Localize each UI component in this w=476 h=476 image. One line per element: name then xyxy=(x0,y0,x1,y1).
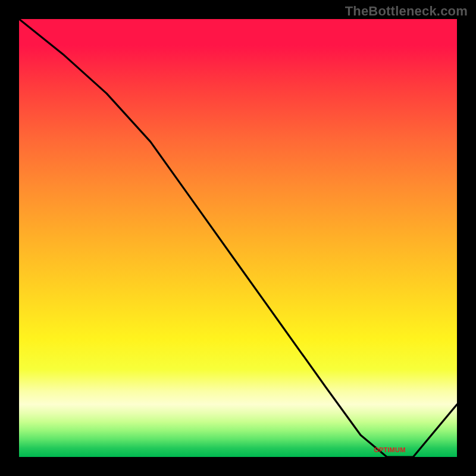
bottleneck-curve xyxy=(19,19,457,457)
optimum-label: OPTIMUM xyxy=(374,446,405,453)
attribution-label: TheBottleneck.com xyxy=(345,4,468,19)
plot-area: OPTIMUM xyxy=(19,19,457,457)
chart-frame: TheBottleneck.com OPTIMUM xyxy=(0,0,476,476)
curve-svg xyxy=(19,19,457,457)
